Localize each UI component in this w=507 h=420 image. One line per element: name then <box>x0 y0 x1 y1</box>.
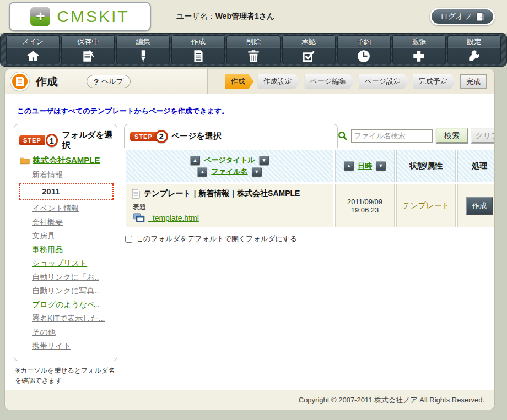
page-title-tab: 作成 ? ヘルプ <box>5 69 208 94</box>
nav-item-edit[interactable]: 編集 <box>116 35 170 64</box>
folder-link[interactable]: ブログのようなペ.. <box>32 300 99 309</box>
folder-select-box: STEP 1 フォルダを選択 株式会社SAMPLE 新着情報 2011 イベント… <box>14 124 117 361</box>
main-nav: メイン 保存中 編集 作成 削除 承認 予約 拡張 設定 <box>0 33 507 67</box>
folder-item: 事務用品 <box>19 244 114 255</box>
sort-date-asc-button[interactable]: ▲ <box>344 161 354 171</box>
folder-item: ブログのようなペ.. <box>19 299 114 310</box>
approve-check-icon <box>301 48 316 64</box>
folder-icon <box>20 157 30 165</box>
document-icon <box>191 48 206 64</box>
workflow-step-create[interactable]: 作成 <box>225 74 254 89</box>
nav-item-drafts[interactable]: 保存中 <box>61 35 115 64</box>
nav-label: 承認 <box>283 36 335 48</box>
step-number: 1 <box>46 134 58 147</box>
search-button[interactable]: 検索 <box>436 128 468 143</box>
nav-label: 拡張 <box>393 36 445 48</box>
folder-link[interactable]: その他 <box>32 328 56 336</box>
header-status: 状態/属性 <box>396 150 456 182</box>
sort-date-link[interactable]: 日時 <box>358 161 372 171</box>
folder-list: 新着情報 2011 イベント情報 会社概要 文房具 事務用品 ショップリスト 自… <box>19 169 114 352</box>
sort-filename-link[interactable]: ファイル名 <box>211 167 247 177</box>
folder-link[interactable]: 署名KITで表示した... <box>32 314 105 323</box>
workflow-steps: 作成 作成設定 ページ編集 ページ設定 完成予定 完成 <box>208 69 494 94</box>
step-number: 2 <box>155 130 168 143</box>
workflow-step-create-settings[interactable]: 作成設定 <box>258 74 301 89</box>
nav-item-extensions[interactable]: 拡張 <box>392 35 446 64</box>
clock-icon <box>357 48 371 64</box>
nav-label: 作成 <box>172 36 224 48</box>
folder-link[interactable]: イベント情報 <box>32 204 79 212</box>
header-title-filename: ▲ ページタイトル ▼ ▲ ファイル名 ▼ <box>126 150 333 182</box>
template-window-icon <box>133 213 145 222</box>
folder-link[interactable]: 2011 <box>42 187 60 196</box>
folder-link[interactable]: 新着情報 <box>32 170 63 179</box>
folder-link[interactable]: 携帯サイト <box>32 341 71 350</box>
folder-link[interactable]: 自動リンクに「お.. <box>32 272 99 281</box>
logout-button[interactable]: ログオフ <box>430 8 495 25</box>
nav-label: 予約 <box>338 36 390 48</box>
page-row-title: テンプレート｜新着情報｜株式会社SAMPLE <box>144 189 300 199</box>
nav-item-delete[interactable]: 削除 <box>226 35 280 64</box>
page-row-date: 2011/09/09 <box>341 198 389 206</box>
workflow-step-done[interactable]: 完成 <box>460 74 487 89</box>
create-page-icon <box>10 72 29 91</box>
workflow-step-scheduled[interactable]: 完成予定 <box>413 74 456 89</box>
step1-header: STEP 1 フォルダを選択 <box>19 130 114 151</box>
page-select-area: STEP 2 ページを選択 検索 クリア <box>124 124 494 244</box>
step1-title: フォルダを選択 <box>62 130 114 151</box>
folder-sidebar: STEP 1 フォルダを選択 株式会社SAMPLE 新着情報 2011 イベント… <box>14 124 117 390</box>
folder-item: 文房具 <box>19 230 114 242</box>
content-panel: 作成 ? ヘルプ 作成 作成設定 ページ編集 ページ設定 完成予定 完成 このユ… <box>4 69 495 410</box>
sort-title-asc-button[interactable]: ▲ <box>190 156 200 165</box>
user-info: ユーザ名：Web管理者1さん <box>176 12 274 21</box>
folder-item: 自動リンクに写真.. <box>19 285 114 297</box>
sort-filename-desc-button[interactable]: ▼ <box>252 167 262 177</box>
folder-item: その他 <box>19 326 114 338</box>
workflow-step-page-settings[interactable]: ページ設定 <box>359 74 409 89</box>
clear-button[interactable]: クリア <box>471 128 494 143</box>
workflow-step-page-edit[interactable]: ページ編集 <box>305 74 355 89</box>
page-icon <box>132 189 140 199</box>
permission-notice: このユーザはすべてのテンプレートからページを作成できます。 <box>17 106 486 116</box>
step2-title: ページを選択 <box>171 131 222 141</box>
nav-label: 編集 <box>117 36 169 48</box>
nav-item-settings[interactable]: 設定 <box>447 35 501 64</box>
top-header: + CMSKIT ユーザ名：Web管理者1さん ログオフ <box>0 0 507 33</box>
step-badge: STEP <box>19 135 45 145</box>
nav-label: メイン <box>7 36 59 48</box>
nav-item-approve[interactable]: 承認 <box>282 35 336 64</box>
draft-icon <box>81 48 95 64</box>
file-search-group: 検索 クリア <box>338 128 494 148</box>
folder-link[interactable]: 会社概要 <box>32 217 63 226</box>
logo[interactable]: + CMSKIT <box>9 2 151 31</box>
folder-link[interactable]: 文房具 <box>32 231 55 240</box>
folder-link-root[interactable]: 株式会社SAMPLE <box>33 155 100 166</box>
template-file-link[interactable]: _template.html <box>148 214 199 222</box>
nav-item-create[interactable]: 作成 <box>171 35 225 64</box>
nav-item-main[interactable]: メイン <box>6 35 60 64</box>
user-name-value: Web管理者1さん <box>215 12 275 20</box>
folder-link[interactable]: 自動リンクに写真.. <box>32 286 99 295</box>
folder-item-selected: 2011 <box>19 183 114 200</box>
nav-item-schedule[interactable]: 予約 <box>337 35 391 64</box>
pages-table: ▲ ページタイトル ▼ ▲ ファイル名 ▼ <box>124 148 494 229</box>
default-folder-checkbox[interactable] <box>125 236 132 243</box>
step-badge: STEP <box>130 132 157 141</box>
file-search-input[interactable] <box>351 129 433 143</box>
page-row-subtitle: 表題 <box>133 203 327 212</box>
folder-item: 自動リンクに「お.. <box>19 271 114 283</box>
folder-link[interactable]: 事務用品 <box>32 245 63 254</box>
door-icon <box>476 12 484 21</box>
folder-link[interactable]: ショップリスト <box>32 259 87 268</box>
sort-title-link[interactable]: ページタイトル <box>204 155 255 165</box>
sort-date-desc-button[interactable]: ▼ <box>376 161 386 171</box>
status-badge: テンプレート <box>402 201 450 210</box>
step2-tab: STEP 2 ページを選択 <box>124 124 338 148</box>
create-page-button[interactable]: 作成 <box>466 197 493 215</box>
cell-action: 作成 <box>457 184 494 227</box>
help-button[interactable]: ? ヘルプ <box>87 75 131 88</box>
sort-filename-asc-button[interactable]: ▲ <box>197 167 207 177</box>
header-date: ▲ 日時 ▼ <box>335 150 395 182</box>
sort-title-desc-button[interactable]: ▼ <box>259 156 269 165</box>
copyright-text: Copyright © 2007-2011 株式会社ノア All Rights … <box>299 395 484 405</box>
